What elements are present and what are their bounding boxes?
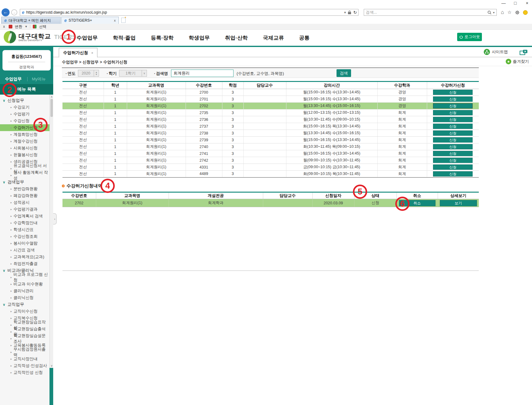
university-logo[interactable]: 대구대학교 DAEGU UNIVERSITY TIGERS+ — [4, 31, 79, 43]
tab-course-permission[interactable]: 수업허가신청 × — [59, 48, 97, 58]
apply-button[interactable]: 신청 — [433, 130, 473, 136]
sidebar-item[interactable]: ▸교직적인성 신청 — [0, 369, 49, 376]
sidebar-item[interactable]: ▸수업계획서 검색 — [0, 213, 49, 220]
table-row[interactable]: 전선1회계원리(1)27423월(09:00~10:15) 수(10:30~11… — [62, 157, 479, 164]
sidebar-item[interactable]: ▸클리닉신청 — [0, 294, 49, 301]
apply-button[interactable]: 신청 — [433, 110, 473, 115]
sidebar-item[interactable]: ▸헌혈봉사신청 — [0, 151, 49, 158]
sidebar-item[interactable]: ▸수강허가신청 — [0, 124, 49, 131]
apply-button[interactable]: 신청 — [433, 171, 473, 177]
spinner-arrows-icon[interactable]: ▲▼ — [94, 70, 99, 76]
favorites-button[interactable]: ★ 즐겨찾기 — [506, 59, 529, 64]
convert-caret-icon[interactable]: ▼ — [25, 25, 28, 28]
sidebar-item[interactable]: ▸사회봉사신청 — [0, 145, 49, 151]
sidebar-collapse-handle[interactable]: ‹ — [53, 213, 57, 224]
table-row[interactable]: 전선1회계원리(1)27363월(10:30~11:45) 수(09:00~10… — [62, 116, 479, 123]
table-row[interactable]: 전선1회계원리(1)27403화(10:30~11:45) 목(09:00~10… — [62, 143, 479, 150]
table-row[interactable]: 전선1회계원리(1)27023월(13:30~14:45) 수(15:00~16… — [62, 103, 479, 109]
apply-button[interactable]: 신청 — [433, 96, 473, 102]
search-button[interactable]: 검색 — [337, 69, 351, 77]
table-row[interactable]: 전선1회계원리(1)27353월(12:00~13:15) 수(12:00~13… — [62, 109, 479, 116]
sidebar-item[interactable]: ▸폐강강좌현황 — [0, 192, 49, 199]
sidebar-item[interactable]: ▸계절희망신청 — [0, 131, 49, 138]
header-nav-item[interactable]: 등록·장학 — [151, 34, 174, 41]
sidebar-item[interactable]: ▸교직이수신청 — [0, 308, 49, 315]
sidebar-item[interactable]: ▸수업평가결과 — [0, 206, 49, 213]
semester-select[interactable]: 1학기 ∨ — [119, 70, 147, 77]
addon-close-button[interactable]: x — [3, 24, 5, 29]
close-button[interactable]: × — [524, 1, 530, 6]
apply-button[interactable]: 신청 — [433, 144, 473, 149]
apply-button[interactable]: 신청 — [433, 164, 473, 170]
sidebar-tab-mymenu[interactable]: My메뉴 — [32, 76, 46, 82]
chevron-down-icon[interactable]: ∨ — [142, 70, 147, 76]
sidebar-item[interactable]: ▸분반강좌현황 — [0, 185, 49, 192]
sidebar-item[interactable]: ▸수강신청 — [0, 117, 49, 124]
settings-gear-icon[interactable] — [515, 10, 520, 15]
sidebar-tab-work[interactable]: 수업업무 — [0, 76, 22, 82]
table-row[interactable]: 전선1회계원리(1)44893화(09:00~10:15) 목(10:30~11… — [62, 171, 479, 177]
sidebar-item[interactable]: ▸교과목개요(교과) — [0, 254, 49, 260]
doc-tab-close-icon[interactable]: × — [91, 51, 93, 55]
sidebar-item[interactable]: ▸봉사이수열람 — [0, 240, 49, 247]
apply-button[interactable]: 신청 — [433, 151, 473, 156]
sidebar-item[interactable]: ▸비교과 프로그램 신청 — [0, 274, 49, 281]
convert-button[interactable]: 변환 — [15, 24, 22, 29]
browser-tab-main[interactable]: e 대구대학교 + 메인 페이지 — [1, 17, 61, 24]
view-detail-button[interactable]: 보기 — [440, 200, 477, 206]
feedback-smiley-icon[interactable] — [523, 10, 528, 15]
apply-button[interactable]: 신청 — [433, 124, 473, 129]
apply-button[interactable]: 신청 — [433, 158, 473, 163]
cancel-button[interactable]: 취소 — [399, 200, 435, 206]
sidebar-item[interactable]: ▸수강포기 — [0, 104, 49, 111]
table-row[interactable]: 전선1회계원리(1)43313금(09:00~10:15) 금(10:30~11… — [62, 164, 479, 171]
refresh-icon[interactable]: ↻ — [353, 10, 357, 15]
autocomplete-caret-icon[interactable]: ▾ — [344, 11, 346, 15]
maximize-button[interactable]: □ — [512, 1, 518, 6]
sidebar-item[interactable]: ▸클리닉관리 — [0, 288, 49, 294]
table-row[interactable]: 전선1회계원리(1)27413월(15:00~16:15) 수(13:30~14… — [62, 150, 479, 157]
table-row[interactable]: 전선1회계원리(1)27373화(15:00~16:15) 목(13:30~14… — [62, 123, 479, 130]
sidebar-item[interactable]: ▸계절수강신청 — [0, 138, 49, 145]
new-tab-button[interactable] — [121, 18, 126, 23]
url-bar[interactable]: e https://tigersstd.daegu.ac.kr/nxrun/ss… — [20, 9, 358, 16]
select-button[interactable]: 선택 — [39, 24, 46, 29]
sidebar-item[interactable]: ▸취업전자출결 — [0, 260, 49, 267]
tab-close-icon[interactable]: x — [114, 19, 116, 22]
close-all-tabs-icon[interactable] — [520, 49, 528, 56]
sidebar-item[interactable]: ▸비교과 이수현황 — [0, 281, 49, 288]
table-row[interactable]: 전선1회계원리(1)27393월(15:00~16:15) 수(13:30~14… — [62, 137, 479, 143]
minimize-button[interactable]: — — [500, 1, 507, 6]
home-icon[interactable]: ⌂ — [501, 9, 504, 15]
search-icon[interactable] — [487, 11, 491, 15]
header-nav-item[interactable]: 학생업무 — [189, 34, 210, 41]
sidebar-item[interactable]: ▸수강신청조회 — [0, 233, 49, 240]
table-row[interactable]: 전선1회계원리(1)27013월(15:00~16:15) 수(13:30~14… — [62, 96, 479, 103]
table-row[interactable]: 2702회계원리(1)회계학과2020.03.09신청취소보기 — [62, 199, 479, 207]
logout-button[interactable]: 로그아웃 — [457, 33, 482, 41]
sidebar-item[interactable]: ▸학교현장실습설문조사 — [0, 335, 49, 342]
browser-search-box[interactable]: 검색... ▾ — [364, 9, 497, 16]
sidebar-item[interactable]: ▸학생시간표 — [0, 226, 49, 233]
year-spinner[interactable]: 2020 ▲▼ — [78, 70, 99, 77]
sidebar-item[interactable]: ▸무시험검정원서출력 — [0, 349, 49, 356]
back-button[interactable]: ← — [2, 8, 10, 16]
table-row[interactable]: 전선1회계원리(1)27383월(13:30~14:45) 수(15:00~16… — [62, 130, 479, 137]
search-input[interactable]: 회계원리 — [171, 70, 234, 77]
apply-button[interactable]: 신청 — [433, 117, 473, 122]
sidebar-scrollbar[interactable]: ∧ ∨ — [49, 95, 53, 368]
favorites-star-icon[interactable]: ☆ — [508, 10, 512, 15]
sidebar-item[interactable]: ▸수강학점안내 — [0, 220, 49, 226]
apply-button[interactable]: 신청 — [433, 103, 473, 109]
sitemap-button[interactable]: 사이트맵 — [484, 49, 508, 55]
header-nav-item[interactable]: 취업·산학 — [225, 34, 248, 41]
header-nav-item[interactable]: 수업업무 — [77, 34, 98, 41]
sidebar-section[interactable]: ∨신청업무 — [0, 97, 49, 104]
table-row[interactable]: 전선1회계원리(1)27003월(15:00~16:15) 수(13:30~14… — [62, 89, 479, 96]
header-nav-item[interactable]: 공통 — [299, 34, 310, 41]
apply-button[interactable]: 신청 — [433, 90, 473, 95]
header-nav-item[interactable]: 학적·졸업 — [113, 34, 136, 41]
sidebar-item[interactable]: ▸교직적성·인성검사 — [0, 362, 49, 369]
header-nav-item[interactable]: 국제교류 — [263, 34, 284, 41]
sidebar-section[interactable]: ∨교직업무 — [0, 301, 49, 308]
